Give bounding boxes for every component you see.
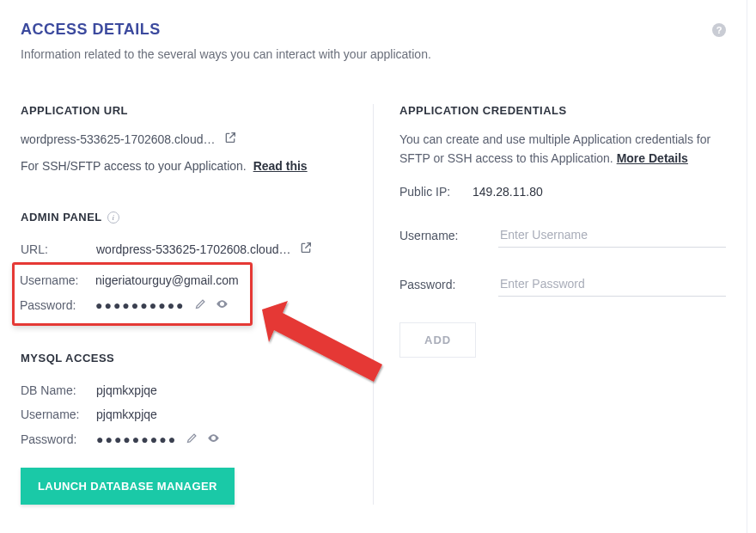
password-input[interactable]	[498, 272, 726, 297]
mysql-heading: MYSQL ACCESS	[21, 352, 356, 365]
admin-username-row: Username: nigeriatourguy@gmail.com	[20, 268, 245, 292]
info-icon[interactable]: i	[107, 211, 119, 224]
eye-icon[interactable]	[216, 297, 229, 313]
admin-url-row: URL: wordpress-533625-1702608.cloud…	[21, 236, 356, 262]
admin-username-value: nigeriatourguy@gmail.com	[95, 273, 239, 287]
mysql-dbname-value: pjqmkxpjqe	[96, 383, 157, 397]
admin-url-label: URL:	[21, 242, 96, 256]
admin-panel-heading: ADMIN PANEL	[21, 211, 102, 224]
mysql-dbname-row: DB Name: pjqmkxpjqe	[21, 378, 356, 402]
mysql-password-row: Password: ●●●●●●●●●	[21, 426, 356, 452]
app-url-row: wordpress-533625-1702608.cloud…	[21, 131, 356, 147]
username-field-row: Username:	[399, 223, 726, 248]
admin-password-row: Password: ●●●●●●●●●●	[20, 292, 245, 318]
ssh-note: For SSH/SFTP access to your Application.…	[21, 159, 356, 173]
mysql-password-mask: ●●●●●●●●●	[96, 432, 177, 446]
page-title: ACCESS DETAILS	[21, 21, 161, 39]
admin-url-value: wordpress-533625-1702608.cloud…	[96, 242, 290, 256]
help-icon[interactable]: ?	[712, 23, 726, 37]
credentials-description: You can create and use multiple Applicat…	[399, 131, 726, 168]
mysql-username-label: Username:	[21, 407, 96, 421]
right-column: APPLICATION CREDENTIALS You can create a…	[373, 104, 726, 505]
mysql-password-label: Password:	[21, 432, 96, 446]
public-ip-row: Public IP: 149.28.11.80	[399, 185, 726, 199]
username-field-label: Username:	[399, 229, 498, 242]
password-field-row: Password:	[399, 272, 726, 297]
left-column: APPLICATION URL wordpress-533625-1702608…	[21, 104, 373, 505]
app-url-value: wordpress-533625-1702608.cloud…	[21, 132, 215, 146]
credentials-highlight-box: Username: nigeriatourguy@gmail.com Passw…	[12, 262, 253, 326]
svg-point-1	[212, 437, 215, 439]
launch-database-manager-button[interactable]: LAUNCH DATABASE MANAGER	[21, 468, 235, 505]
mysql-username-row: Username: pjqmkxpjqe	[21, 402, 356, 426]
app-url-heading: APPLICATION URL	[21, 104, 356, 117]
more-details-link[interactable]: More Details	[617, 151, 688, 165]
admin-password-label: Password:	[20, 298, 95, 312]
admin-username-label: Username:	[20, 273, 95, 287]
read-this-link[interactable]: Read this	[253, 159, 308, 173]
edit-icon[interactable]	[186, 432, 198, 447]
ssh-note-text: For SSH/SFTP access to your Application.	[21, 159, 247, 173]
add-button[interactable]: ADD	[399, 322, 476, 358]
admin-password-mask: ●●●●●●●●●●	[95, 298, 186, 312]
access-details-panel: ACCESS DETAILS ? Information related to …	[0, 0, 747, 533]
mysql-username-value: pjqmkxpjqe	[96, 407, 157, 421]
edit-icon[interactable]	[194, 297, 207, 313]
password-field-label: Password:	[399, 278, 498, 291]
public-ip-value: 149.28.11.80	[472, 185, 543, 199]
external-link-icon[interactable]	[299, 241, 313, 257]
public-ip-label: Public IP:	[399, 185, 450, 199]
page-subtitle: Information related to the several ways …	[21, 47, 726, 61]
credentials-heading: APPLICATION CREDENTIALS	[399, 104, 726, 117]
svg-point-0	[221, 303, 223, 305]
external-link-icon[interactable]	[223, 131, 237, 147]
username-input[interactable]	[498, 223, 726, 248]
eye-icon[interactable]	[207, 432, 220, 447]
mysql-dbname-label: DB Name:	[21, 383, 96, 397]
header-row: ACCESS DETAILS ?	[21, 21, 726, 39]
